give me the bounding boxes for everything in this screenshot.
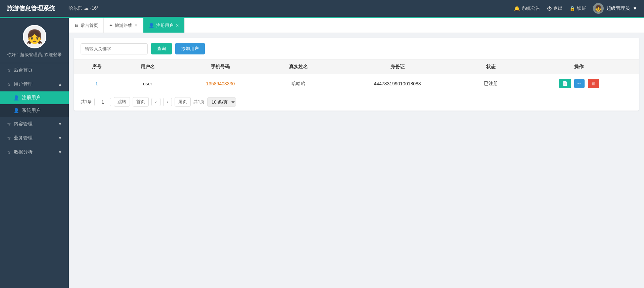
content-area: 🖥 后台首页 ✦ 旅游路线 ✕ 👤 注册用户 ✕ 查询 添加用 — [69, 18, 644, 288]
cell-realname: 哈哈哈 — [265, 74, 332, 93]
search-input[interactable] — [81, 43, 148, 54]
total-pages: 共1页 — [193, 99, 204, 105]
cell-username: user — [120, 74, 176, 93]
business-management-arrow: ▼ — [58, 136, 62, 140]
tab-registered-users[interactable]: 👤 注册用户 ✕ — [143, 18, 185, 33]
lock-button[interactable]: 🔒 锁屏 — [569, 5, 586, 11]
per-page-select[interactable]: 10 条/页 20 条/页 50 条/页 — [207, 97, 236, 107]
profile-avatar: 👧 — [23, 25, 46, 48]
content-management-arrow: ▼ — [58, 122, 62, 126]
col-phone: 手机号码 — [176, 60, 265, 74]
registered-users-icon: 👤 — [13, 95, 19, 100]
user-menu[interactable]: 👧 超级管理员 ▼ — [593, 3, 637, 14]
admin-name: 超级管理员 — [606, 5, 630, 11]
table-header: 序号 用户名 手机号码 真实姓名 身份证 状态 操作 — [74, 60, 639, 74]
announcement-button[interactable]: 🔔 系统公告 — [514, 5, 540, 11]
col-status: 状态 — [463, 60, 519, 74]
cell-idcard: 444783199010018088 — [332, 74, 463, 93]
tab-tour-route[interactable]: ✦ 旅游路线 ✕ — [104, 18, 143, 33]
col-realname: 真实姓名 — [265, 60, 332, 74]
total-count: 共1条 — [81, 99, 92, 105]
toolbar: 查询 添加用户 — [74, 38, 639, 60]
query-button[interactable]: 查询 — [151, 43, 172, 54]
sidebar-menu: ☆ 后台首页 ☆ 用户管理 ▲ 👤 注册用户 👤 系统用户 — [0, 63, 69, 288]
user-management-arrow: ▲ — [58, 82, 62, 87]
view-button[interactable]: 📄 — [559, 79, 571, 88]
top-header: 旅游信息管理系统 哈尔滨 ☁ -16° 🔔 系统公告 ⏻ 退出 🔒 锁屏 👧 超… — [0, 0, 644, 17]
table-row: 1 user 13589403330 哈哈哈 44478319901001808… — [74, 74, 639, 93]
data-analysis-icon: ☆ — [7, 150, 11, 155]
announcement-icon: 🔔 — [514, 6, 520, 11]
content-management-label: 内容管理 — [14, 121, 33, 127]
add-user-button[interactable]: 添加用户 — [175, 43, 205, 54]
tab-tour-route-label: 旅游路线 — [115, 23, 132, 29]
col-action: 操作 — [519, 60, 639, 74]
jump-button[interactable]: 跳转 — [114, 97, 130, 107]
cell-actions: 📄 ✏ 🗑 — [519, 74, 639, 93]
sidebar: 👧 你好！超级管理员, 欢迎登录 ☆ 后台首页 ☆ 用户管理 ▲ — [0, 18, 69, 288]
cell-status: 已注册 — [463, 74, 519, 93]
prev-page-button[interactable]: ‹ — [151, 98, 160, 106]
tab-dashboard[interactable]: 🖥 后台首页 — [69, 18, 104, 33]
tab-registered-users-icon: 👤 — [149, 23, 154, 28]
dropdown-icon: ▼ — [633, 6, 637, 11]
sidebar-item-content-management[interactable]: ☆ 内容管理 ▼ — [0, 117, 69, 131]
tab-registered-users-close[interactable]: ✕ — [176, 23, 179, 28]
app-title: 旅游信息管理系统 — [7, 4, 55, 12]
col-username: 用户名 — [120, 60, 176, 74]
pagination: 共1条 跳转 首页 ‹ › 尾页 共1页 10 条/页 20 条/页 50 条/… — [74, 93, 639, 111]
lock-icon: 🔒 — [569, 6, 575, 11]
sidebar-item-dashboard[interactable]: ☆ 后台首页 — [0, 63, 69, 77]
data-analysis-arrow: ▼ — [58, 150, 62, 155]
sidebar-profile: 👧 你好！超级管理员, 欢迎登录 — [0, 18, 69, 63]
registered-users-label: 注册用户 — [22, 95, 41, 101]
col-index: 序号 — [74, 60, 120, 74]
tab-tour-route-close[interactable]: ✕ — [134, 23, 138, 28]
announcement-label: 系统公告 — [521, 5, 540, 11]
table-body: 1 user 13589403330 哈哈哈 44478319901001808… — [74, 74, 639, 93]
top-right-actions: 🔔 系统公告 ⏻ 退出 🔒 锁屏 👧 超级管理员 ▼ — [514, 3, 637, 14]
col-idcard: 身份证 — [332, 60, 463, 74]
tab-registered-users-label: 注册用户 — [156, 23, 174, 29]
first-page-button[interactable]: 首页 — [133, 97, 149, 107]
user-management-icon: ☆ — [7, 82, 11, 87]
admin-avatar: 👧 — [593, 3, 604, 14]
sidebar-item-data-analysis[interactable]: ☆ 数据分析 ▼ — [0, 145, 69, 159]
sidebar-item-system-users[interactable]: 👤 系统用户 — [0, 104, 69, 117]
delete-button[interactable]: 🗑 — [588, 79, 599, 88]
page-number-input[interactable] — [94, 98, 111, 106]
main-layout: 👧 你好！超级管理员, 欢迎登录 ☆ 后台首页 ☆ 用户管理 ▲ — [0, 18, 644, 288]
edit-button[interactable]: ✏ — [574, 79, 585, 88]
sidebar-item-registered-users[interactable]: 👤 注册用户 — [0, 91, 69, 104]
last-page-button[interactable]: 尾页 — [175, 97, 191, 107]
tab-bar: 🖥 后台首页 ✦ 旅游路线 ✕ 👤 注册用户 ✕ — [69, 18, 644, 33]
user-management-label: 用户管理 — [14, 81, 33, 87]
logout-icon: ⏻ — [547, 6, 552, 11]
weather-info: 哈尔滨 ☁ -16° — [68, 5, 514, 11]
user-table: 序号 用户名 手机号码 真实姓名 身份证 状态 操作 1 user — [74, 60, 639, 93]
page-content: 查询 添加用户 序号 用户名 手机号码 真实姓名 身份证 状态 操作 — [69, 33, 644, 288]
next-page-button[interactable]: › — [163, 98, 172, 106]
sidebar-item-user-management[interactable]: ☆ 用户管理 ▲ — [0, 77, 69, 91]
tab-dashboard-icon: 🖥 — [74, 23, 79, 28]
system-users-icon: 👤 — [13, 108, 19, 113]
dashboard-icon: ☆ — [7, 68, 11, 73]
sidebar-item-business-management[interactable]: ☆ 业务管理 ▼ — [0, 131, 69, 145]
business-management-label: 业务管理 — [14, 135, 33, 141]
profile-text: 你好！超级管理员, 欢迎登录 — [7, 52, 62, 58]
business-management-icon: ☆ — [7, 135, 11, 141]
tab-dashboard-label: 后台首页 — [81, 23, 98, 29]
dashboard-label: 后台首页 — [14, 67, 33, 73]
system-users-label: 系统用户 — [22, 108, 41, 114]
logout-label: 退出 — [553, 5, 563, 11]
content-management-icon: ☆ — [7, 121, 11, 127]
tab-tour-route-icon: ✦ — [109, 23, 113, 28]
cell-index: 1 — [74, 74, 120, 93]
logout-button[interactable]: ⏻ 退出 — [547, 5, 563, 11]
data-analysis-label: 数据分析 — [14, 149, 33, 155]
main-panel: 查询 添加用户 序号 用户名 手机号码 真实姓名 身份证 状态 操作 — [74, 38, 639, 111]
cell-phone: 13589403330 — [176, 74, 265, 93]
lock-label: 锁屏 — [577, 5, 586, 11]
